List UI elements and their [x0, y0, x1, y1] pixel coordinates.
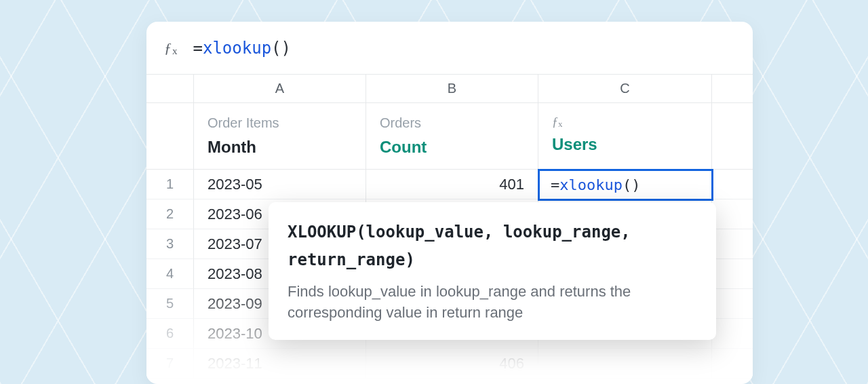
field-source-a: Order Items	[208, 115, 352, 131]
formula-bar[interactable]: ƒx =xlookup()	[146, 22, 753, 75]
field-header-b[interactable]: Orders Count	[366, 103, 538, 170]
row-number[interactable]: 4	[146, 259, 194, 289]
cell-count[interactable]: 401	[366, 170, 538, 199]
formula-suffix: ()	[271, 39, 291, 58]
active-cell-suffix: ()	[623, 176, 641, 193]
cell-spacer	[712, 319, 753, 349]
cell-spacer	[712, 259, 753, 289]
column-header-b[interactable]: B	[366, 75, 538, 103]
cell-month[interactable]: 2023-05	[194, 170, 366, 199]
field-name-b: Count	[380, 138, 524, 157]
row-number[interactable]: 7	[146, 349, 194, 379]
cell-count[interactable]: 406	[366, 349, 538, 379]
column-header-c[interactable]: C	[538, 75, 712, 103]
field-header-a[interactable]: Order Items Month	[194, 103, 366, 170]
cell-users[interactable]	[538, 349, 712, 379]
cell-spacer	[712, 229, 753, 259]
column-header-a[interactable]: A	[194, 75, 366, 103]
fx-icon: ƒx	[164, 39, 178, 57]
field-header-blank	[146, 103, 194, 170]
cell-spacer	[712, 170, 753, 199]
corner-cell[interactable]	[146, 75, 194, 103]
cell-spacer	[712, 349, 753, 379]
fx-icon-small: ƒx	[552, 115, 698, 130]
active-cell[interactable]: =xlookup()	[538, 169, 713, 201]
field-source-b: Orders	[380, 115, 524, 131]
field-headers-row: Order Items Month Orders Count ƒx Users	[146, 103, 753, 170]
formula-bar-input[interactable]: =xlookup()	[193, 39, 292, 58]
formula-function: xlookup	[203, 39, 271, 58]
function-tooltip: XLOOKUP(lookup_value, lookup_range, retu…	[269, 202, 716, 340]
cell-spacer	[712, 199, 753, 229]
field-name-a: Month	[208, 138, 352, 157]
table-row: 72023-11406	[146, 349, 753, 379]
column-header-spacer	[712, 75, 753, 103]
spreadsheet-card: ƒx =xlookup() A B C Order Items Month Or…	[146, 22, 753, 384]
active-cell-function: xlookup	[559, 176, 623, 193]
field-header-spacer	[712, 103, 753, 170]
row-number[interactable]: 1	[146, 170, 194, 199]
formula-prefix: =	[193, 39, 203, 58]
column-headers-row: A B C	[146, 75, 753, 103]
row-number[interactable]: 5	[146, 289, 194, 319]
row-number[interactable]: 2	[146, 199, 194, 229]
tooltip-description: Finds lookup_value in lookup_range and r…	[288, 281, 697, 324]
field-name-c: Users	[552, 135, 698, 154]
tooltip-signature: XLOOKUP(lookup_value, lookup_range, retu…	[288, 218, 697, 274]
cell-spacer	[712, 289, 753, 319]
row-number[interactable]: 6	[146, 319, 194, 349]
cell-month[interactable]: 2023-11	[194, 349, 366, 379]
field-header-c[interactable]: ƒx Users	[538, 103, 712, 170]
active-cell-prefix: =	[551, 176, 559, 193]
row-number[interactable]: 3	[146, 229, 194, 259]
